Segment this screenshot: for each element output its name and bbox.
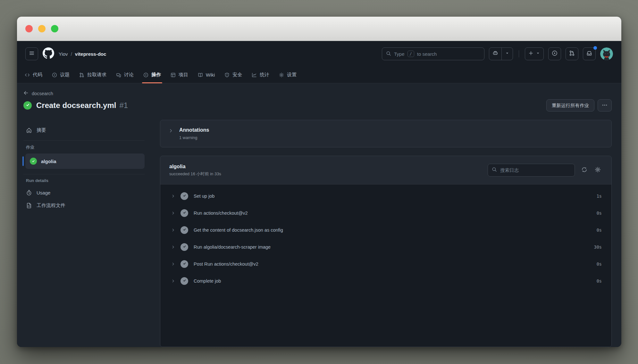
arrow-left-icon xyxy=(23,90,29,96)
step-name: Complete job xyxy=(194,278,591,284)
tab-code[interactable]: 代码 xyxy=(21,67,46,83)
shield-icon xyxy=(224,72,230,78)
search-placeholder-suffix: to search xyxy=(417,51,437,57)
job-name: algolia xyxy=(41,159,56,164)
step-success-check-icon xyxy=(180,260,188,268)
chevron-right-icon[interactable] xyxy=(171,211,175,215)
tab-gear[interactable]: 设置 xyxy=(275,67,300,83)
tab-shield[interactable]: 安全 xyxy=(221,67,246,83)
copilot-dropdown-button[interactable] xyxy=(501,48,513,60)
browser-window: Yiov / vitepress-doc Type / to search xyxy=(17,17,621,347)
log-step-row[interactable]: Get the content of docsearch.json as con… xyxy=(160,221,611,238)
run-options-kebab-button[interactable] xyxy=(598,99,612,112)
issues-button[interactable] xyxy=(548,47,561,60)
log-step-row[interactable]: Set up job 1s xyxy=(160,187,611,204)
chevron-right-icon xyxy=(169,128,173,133)
job-status-line: succeeded 16 小时前 in 33s xyxy=(169,171,221,177)
body-grid: 摘要 作业 algolia Run details Usage xyxy=(23,120,612,347)
log-step-row[interactable]: Complete job 0s xyxy=(160,272,611,289)
log-step-row[interactable]: Run algolia/docsearch-scraper image 30s xyxy=(160,238,611,255)
step-name: Run algolia/docsearch-scraper image xyxy=(194,244,589,250)
traffic-light-close[interactable] xyxy=(25,25,33,32)
job-log-title-block: algolia succeeded 16 小时前 in 33s xyxy=(169,164,221,177)
tab-label: Wiki xyxy=(206,72,215,78)
log-search-input[interactable] xyxy=(500,168,571,173)
stopwatch-icon xyxy=(26,190,32,196)
tab-label: 拉取请求 xyxy=(87,72,106,78)
copilot-button[interactable] xyxy=(489,48,501,60)
traffic-lights xyxy=(25,25,64,32)
tab-book[interactable]: Wiki xyxy=(194,67,219,83)
step-success-check-icon xyxy=(180,226,188,234)
log-settings-button[interactable] xyxy=(591,164,604,177)
page-title: Create docsearch.yml xyxy=(36,101,116,110)
step-name: Post Run actions/checkout@v2 xyxy=(194,261,591,267)
sidebar-item-summary[interactable]: 摘要 xyxy=(23,123,145,137)
workflow-file-label: 工作流程文件 xyxy=(37,203,65,209)
run-title-row: Create docsearch.yml #1 重新运行所有作业 xyxy=(23,99,612,112)
tab-label: 设置 xyxy=(287,72,297,78)
breadcrumb-owner[interactable]: Yiov xyxy=(59,51,68,57)
step-duration: 30s xyxy=(594,244,602,250)
tab-pull-request[interactable]: 拉取请求 xyxy=(75,67,110,83)
sidebar-divider xyxy=(23,174,145,174)
job-success-check-icon xyxy=(30,158,37,165)
pull-requests-button[interactable] xyxy=(566,47,578,60)
graph-icon xyxy=(252,72,257,78)
tab-label: 操作 xyxy=(151,72,161,78)
tab-play[interactable]: 操作 xyxy=(139,67,165,83)
breadcrumb: Yiov / vitepress-doc xyxy=(59,51,106,57)
global-search-input[interactable]: Type / to search xyxy=(382,47,484,60)
code-icon xyxy=(25,72,30,78)
inbox-icon xyxy=(586,50,592,57)
refresh-logs-button[interactable] xyxy=(577,164,591,177)
rerun-all-jobs-button[interactable]: 重新运行所有作业 xyxy=(546,99,594,112)
back-to-workflow-link[interactable]: docsearch xyxy=(23,90,53,96)
selected-job-accent-bar xyxy=(22,156,24,166)
hamburger-icon xyxy=(29,50,35,57)
tab-label: 项目 xyxy=(179,72,188,78)
project-icon xyxy=(171,72,176,78)
annotations-title: Annotations xyxy=(179,127,209,133)
search-icon xyxy=(492,167,497,173)
chevron-right-icon[interactable] xyxy=(171,194,175,198)
chevron-right-icon[interactable] xyxy=(171,245,175,249)
chevron-right-icon[interactable] xyxy=(171,262,175,266)
tab-label: 安全 xyxy=(232,72,242,78)
annotations-panel[interactable]: Annotations 1 warning xyxy=(160,120,612,147)
discussion-icon xyxy=(116,72,121,78)
create-new-button[interactable] xyxy=(525,48,543,60)
user-avatar[interactable] xyxy=(600,47,613,60)
step-success-check-icon xyxy=(180,277,188,285)
desktop-background: Yiov / vitepress-doc Type / to search xyxy=(0,0,638,364)
page-content: docsearch Create docsearch.yml #1 重新运行所有… xyxy=(17,83,621,347)
tab-discussion[interactable]: 讨论 xyxy=(112,67,138,83)
tab-graph[interactable]: 统计 xyxy=(248,67,273,83)
tab-issue[interactable]: 议题 xyxy=(48,67,73,83)
hamburger-menu-button[interactable] xyxy=(25,47,38,60)
tab-project[interactable]: 项目 xyxy=(167,67,192,83)
chevron-right-icon[interactable] xyxy=(171,228,175,232)
github-logo-icon[interactable] xyxy=(43,47,54,60)
sidebar-item-job-algolia[interactable]: algolia xyxy=(25,153,145,169)
kebab-icon xyxy=(602,102,608,109)
breadcrumb-repo[interactable]: vitepress-doc xyxy=(75,51,106,57)
search-icon xyxy=(386,51,391,57)
main-column: Annotations 1 warning algolia succeeded … xyxy=(160,120,612,347)
log-search-box xyxy=(488,164,575,177)
sync-icon xyxy=(581,167,587,174)
log-step-row[interactable]: Post Run actions/checkout@v2 0s xyxy=(160,255,611,272)
copilot-icon xyxy=(492,50,498,57)
traffic-light-maximize[interactable] xyxy=(51,25,58,32)
notifications-button[interactable] xyxy=(583,47,596,60)
workflow-file-icon xyxy=(26,203,32,209)
chevron-right-icon[interactable] xyxy=(171,279,175,283)
traffic-light-minimize[interactable] xyxy=(38,25,46,32)
log-step-row[interactable]: Run actions/checkout@v2 0s xyxy=(160,204,611,221)
tab-label: 议题 xyxy=(60,72,70,78)
sidebar-item-usage[interactable]: Usage xyxy=(23,186,145,199)
sidebar-item-workflow-file[interactable]: 工作流程文件 xyxy=(23,199,145,212)
pull-request-icon xyxy=(79,72,84,78)
sidebar-divider xyxy=(23,140,145,141)
step-duration: 1s xyxy=(597,194,602,199)
